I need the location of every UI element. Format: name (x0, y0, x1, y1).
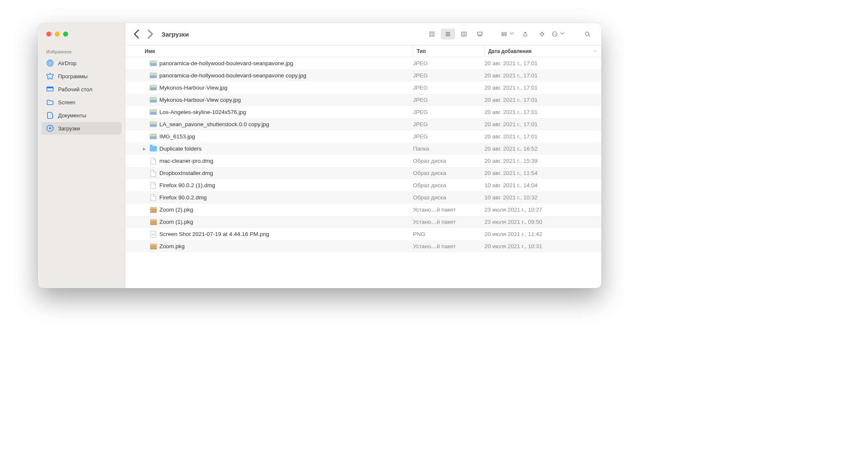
file-icon (150, 133, 157, 140)
file-date: 20 авг. 2021 г., 15:39 (484, 158, 598, 164)
file-row[interactable]: ▶Firefox 90.0.2 (1).dmgОбраз диска10 авг… (125, 179, 601, 191)
file-date: 23 июля 2021 г., 09:50 (484, 219, 598, 225)
forward-button[interactable] (144, 28, 156, 40)
file-name: panoramica-de-hollywood-boulevard-seanpa… (159, 60, 293, 66)
airdrop-icon (46, 59, 54, 67)
column-header-name[interactable]: Имя (125, 45, 413, 57)
file-name: Mykonos-Harbour-View copy.jpg (159, 97, 241, 103)
sidebar-item-downloads[interactable]: Загрузки (41, 122, 122, 135)
file-icon (150, 121, 157, 128)
file-type: Образ диска (413, 170, 484, 176)
file-date: 20 авг. 2021 г., 17:01 (484, 85, 598, 91)
share-button[interactable] (518, 29, 532, 40)
group-by-button[interactable] (501, 29, 516, 40)
file-row[interactable]: ▶Screen Shot 2021-07-19 at 4.44.16 PM.pn… (125, 228, 601, 240)
file-date: 20 авг. 2021 г., 17:01 (484, 133, 598, 140)
file-icon (150, 231, 157, 238)
file-date: 20 авг. 2021 г., 17:01 (484, 72, 598, 79)
back-button[interactable] (131, 28, 143, 40)
file-date: 20 авг. 2021 г., 17:01 (484, 60, 598, 66)
file-name: IMG_6153.jpg (159, 133, 195, 140)
file-row[interactable]: ▶panoramica-de-hollywood-boulevard-seanp… (125, 69, 601, 82)
file-type: Образ диска (413, 158, 484, 164)
file-list[interactable]: ▶panoramica-de-hollywood-boulevard-seanp… (125, 57, 601, 288)
file-row[interactable]: ▶Zoom (2).pkgУстано…й пакет23 июля 2021 … (125, 204, 601, 216)
gallery-view-button[interactable] (473, 29, 487, 40)
documents-icon (46, 111, 54, 119)
file-row[interactable]: ▶Firefox 90.0.2.dmgОбраз диска10 авг. 20… (125, 191, 601, 204)
sidebar-item-label: AirDrop (58, 60, 77, 66)
sidebar-item-documents[interactable]: Документы (41, 109, 122, 122)
file-icon (150, 243, 157, 250)
file-type: Устано…й пакет (413, 243, 484, 249)
file-type: JPEG (413, 109, 484, 115)
file-row[interactable]: ▶Mykonos-Harbour-View.jpgJPEG20 авг. 202… (125, 82, 601, 94)
column-view-button[interactable] (457, 29, 471, 40)
sidebar-item-label: Загрузки (58, 125, 80, 132)
tags-button[interactable] (535, 29, 549, 40)
icon-view-button[interactable] (425, 29, 439, 40)
file-icon (150, 60, 157, 67)
sidebar-item-label: Документы (58, 112, 86, 119)
sidebar-item-apps[interactable]: Программы (41, 70, 122, 82)
file-row[interactable]: ▶DropboxInstaller.dmgОбраз диска20 авг. … (125, 167, 601, 179)
view-switcher (424, 29, 488, 40)
list-view-button[interactable] (441, 29, 455, 40)
file-icon (150, 157, 157, 164)
sidebar-item-desktop[interactable]: Рабочий стол (41, 83, 122, 95)
sidebar-item-folder[interactable]: Screen (41, 96, 122, 109)
file-type: JPEG (413, 97, 484, 103)
file-row[interactable]: ▶Mykonos-Harbour-View copy.jpgJPEG20 авг… (125, 94, 601, 106)
file-name: Firefox 90.0.2 (1).dmg (159, 182, 215, 188)
file-row[interactable]: ▶IMG_6153.jpgJPEG20 авг. 2021 г., 17:01 (125, 130, 601, 143)
apps-icon (46, 72, 54, 80)
file-icon (150, 206, 157, 213)
file-date: 20 авг. 2021 г., 11:54 (484, 170, 598, 176)
file-name: Zoom (2).pkg (159, 207, 193, 213)
file-date: 20 авг. 2021 г., 17:01 (484, 97, 598, 103)
close-window-button[interactable] (46, 32, 51, 37)
search-button[interactable] (580, 29, 595, 40)
file-date: 20 июля 2021 г., 10:31 (484, 243, 598, 249)
file-date: 10 авг. 2021 г., 10:32 (484, 194, 598, 201)
file-name: Mykonos-Harbour-View.jpg (159, 85, 228, 91)
file-row[interactable]: ▶panoramica-de-hollywood-boulevard-seanp… (125, 57, 601, 69)
toolbar: Загрузки (125, 23, 601, 45)
folder-icon (46, 98, 54, 106)
zoom-window-button[interactable] (63, 32, 68, 37)
file-row[interactable]: ▶Los-Angeles-skyline-1024x576.jpgJPEG20 … (125, 106, 601, 118)
chevron-down-icon (558, 30, 566, 38)
file-type: Устано…й пакет (413, 207, 484, 213)
column-header-date[interactable]: Дата добавления (484, 45, 601, 57)
file-name: Zoom (1).pkg (159, 219, 193, 225)
sidebar-item-airdrop[interactable]: AirDrop (41, 57, 122, 69)
chevron-down-icon (508, 30, 516, 38)
file-type: JPEG (413, 121, 484, 127)
file-type: JPEG (413, 85, 484, 91)
file-type: JPEG (413, 60, 484, 66)
main-pane: Загрузки Имя Тип (125, 23, 601, 288)
file-icon (150, 84, 157, 91)
actions-button[interactable] (552, 29, 566, 40)
file-row[interactable]: ▶Zoom (1).pkgУстано…й пакет23 июля 2021 … (125, 216, 601, 228)
file-date: 20 авг. 2021 г., 16:52 (484, 146, 598, 152)
file-row[interactable]: ▶Zoom.pkgУстано…й пакет20 июля 2021 г., … (125, 240, 601, 252)
file-row[interactable]: ▶mac-cleaner-pro.dmgОбраз диска20 авг. 2… (125, 155, 601, 167)
file-row[interactable]: ▶LA_sean_pavone_shutterstock.0.0 copy.jp… (125, 118, 601, 130)
file-icon (150, 182, 157, 189)
desktop-icon (46, 85, 54, 93)
column-headers: Имя Тип Дата добавления (125, 45, 601, 57)
file-icon (150, 109, 157, 116)
file-row[interactable]: ▶Duplicate foldersПапка20 авг. 2021 г., … (125, 143, 601, 155)
minimize-window-button[interactable] (55, 32, 60, 37)
sidebar-item-label: Программы (58, 73, 87, 79)
file-type: Папка (413, 146, 484, 152)
file-type: Устано…й пакет (413, 219, 484, 225)
file-name: DropboxInstaller.dmg (159, 170, 213, 176)
column-header-type[interactable]: Тип (413, 45, 484, 57)
window-controls (38, 32, 125, 49)
disclosure-triangle-icon[interactable]: ▶ (141, 147, 147, 151)
location-title: Загрузки (161, 31, 189, 38)
file-type: Образ диска (413, 194, 484, 201)
file-type: JPEG (413, 133, 484, 140)
